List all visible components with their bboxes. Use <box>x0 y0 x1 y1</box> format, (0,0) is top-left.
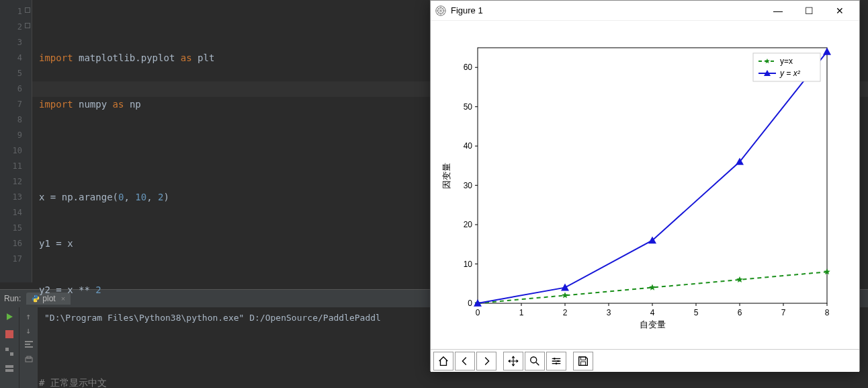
svg-rect-7 <box>25 341 33 342</box>
line-number: 3 <box>0 35 32 50</box>
window-titlebar[interactable]: Figure 1 — ☐ ✕ <box>431 1 859 21</box>
back-button[interactable] <box>455 352 475 371</box>
window-title: Figure 1 <box>451 5 763 15</box>
line-number: 7 <box>0 97 32 112</box>
save-button[interactable] <box>573 352 593 371</box>
alias: plt <box>198 52 214 63</box>
svg-rect-5 <box>5 365 13 368</box>
num: 10 <box>135 192 146 202</box>
svg-text:30: 30 <box>464 181 473 190</box>
line-number: 14 <box>0 205 32 221</box>
line-number: 2 <box>0 20 32 35</box>
layout-button[interactable] <box>4 364 15 375</box>
subplots-button[interactable] <box>546 352 566 371</box>
print-button[interactable] <box>24 355 34 366</box>
svg-text:4: 4 <box>650 308 655 317</box>
kw-as: as <box>181 52 192 63</box>
svg-point-68 <box>557 360 559 362</box>
kw-as: as <box>113 99 124 110</box>
svg-rect-4 <box>10 352 13 356</box>
svg-text:0: 0 <box>476 308 480 317</box>
line-number: 16 <box>0 236 32 251</box>
svg-text:1: 1 <box>519 308 524 317</box>
line-number: 10 <box>0 143 32 159</box>
svg-rect-3 <box>5 348 9 351</box>
forward-button[interactable] <box>476 352 496 371</box>
svg-text:6: 6 <box>738 308 742 317</box>
line-number: 11 <box>0 159 32 174</box>
code-text: ) <box>163 192 169 202</box>
down-button[interactable]: ↓ <box>26 325 32 336</box>
svg-text:y = x²: y = x² <box>779 69 801 78</box>
run-label: Run: <box>4 294 21 303</box>
code-text: , <box>146 192 158 202</box>
alias: np <box>130 99 141 110</box>
fold-icon[interactable] <box>25 23 30 28</box>
line-number: 17 <box>0 251 32 267</box>
run-toolbar-left2: ↑ ↓ <box>19 307 38 388</box>
stop-button[interactable] <box>4 329 15 340</box>
code-text: y2 = x ** <box>39 284 95 295</box>
svg-rect-2 <box>5 330 13 338</box>
run-toolbar-left <box>0 307 19 388</box>
plot-svg: 0123456780102030405060自变量因变量y=xy = x² <box>431 21 861 349</box>
stop-exit-button[interactable] <box>4 346 15 357</box>
line-number: 9 <box>0 128 32 143</box>
fold-icon[interactable] <box>25 7 30 13</box>
svg-rect-6 <box>5 369 13 372</box>
code-text: , <box>124 192 135 202</box>
num: 2 <box>95 284 101 295</box>
svg-text:0: 0 <box>468 299 472 308</box>
matplotlib-toolbar <box>431 349 859 372</box>
module: numpy <box>79 99 107 110</box>
line-number: 6 <box>0 81 32 97</box>
svg-rect-14 <box>478 48 827 303</box>
svg-point-67 <box>554 358 556 360</box>
svg-point-0 <box>34 296 35 297</box>
home-button[interactable] <box>433 352 453 371</box>
line-number: 15 <box>0 221 32 236</box>
svg-marker-52 <box>736 276 743 282</box>
svg-text:5: 5 <box>694 308 699 317</box>
close-button[interactable]: ✕ <box>824 1 855 21</box>
wrap-button[interactable] <box>24 340 34 351</box>
rerun-button[interactable] <box>4 311 15 322</box>
minimize-button[interactable]: — <box>763 1 793 21</box>
line-number: 8 <box>0 112 32 128</box>
svg-rect-8 <box>25 344 30 345</box>
module: matplotlib.pyplot <box>79 52 175 63</box>
svg-text:8: 8 <box>825 308 830 317</box>
code-text: y1 = x <box>39 238 73 249</box>
line-number: 12 <box>0 174 32 190</box>
zoom-button[interactable] <box>525 352 545 371</box>
svg-text:20: 20 <box>464 220 473 229</box>
line-gutter: 1 2 3 4 5 6 7 8 9 10 11 12 13 14 15 16 1… <box>0 0 32 282</box>
line-number: 13 <box>0 190 32 205</box>
svg-point-69 <box>556 362 558 364</box>
pan-button[interactable] <box>503 352 523 371</box>
svg-point-66 <box>531 356 537 362</box>
line-number: 4 <box>0 50 32 66</box>
kw-import: import <box>39 99 73 110</box>
svg-text:自变量: 自变量 <box>640 319 666 329</box>
kw-import: import <box>39 52 73 63</box>
up-button[interactable]: ↑ <box>26 311 32 321</box>
svg-text:因变量: 因变量 <box>441 163 451 189</box>
svg-text:3: 3 <box>607 308 611 317</box>
svg-text:2: 2 <box>563 308 568 317</box>
matplotlib-icon <box>435 5 447 17</box>
code-text: x = np.arange( <box>39 192 118 202</box>
comment: # 正常显示中文 <box>39 377 107 388</box>
line-number: 5 <box>0 66 32 81</box>
svg-point-1 <box>36 301 37 301</box>
svg-rect-71 <box>580 361 585 364</box>
svg-rect-9 <box>25 346 33 348</box>
svg-text:7: 7 <box>781 308 786 317</box>
line-number: 1 <box>0 4 32 20</box>
plot-canvas[interactable]: 0123456780102030405060自变量因变量y=xy = x² <box>431 21 859 349</box>
svg-text:10: 10 <box>464 260 473 269</box>
maximize-button[interactable]: ☐ <box>793 1 824 21</box>
